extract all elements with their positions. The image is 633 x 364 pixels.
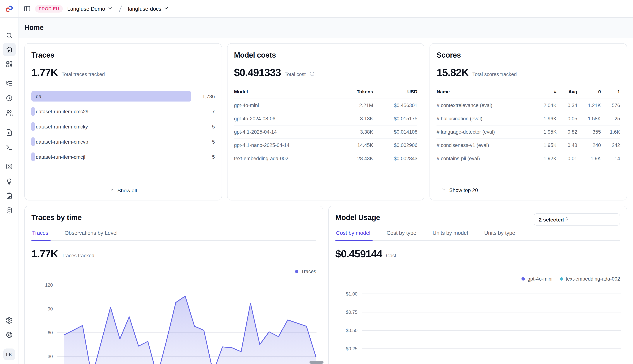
- environment-badge[interactable]: PROD-EU: [35, 5, 63, 12]
- bar-row[interactable]: dataset-run-item-cmcvp 5: [32, 136, 215, 147]
- scores-total-label: Total scores tracked: [472, 72, 517, 77]
- bar-value: 5: [212, 139, 215, 144]
- bar-label: qa: [36, 94, 41, 99]
- table-row[interactable]: gpt-4.1-nano-2025-04-14 14.45K $0.002906: [234, 139, 417, 152]
- model-costs-total: $0.491333: [234, 67, 281, 79]
- chevron-down-icon: [109, 187, 115, 194]
- col-name[interactable]: Name: [437, 89, 535, 94]
- chart-legend: gpt-4o-mini text-embedding-ada-002: [335, 276, 620, 282]
- chart-legend: Traces: [32, 269, 316, 274]
- legend-dot: [295, 270, 298, 273]
- col-zero[interactable]: 0: [577, 89, 601, 94]
- col-one[interactable]: 1: [601, 89, 620, 94]
- sidebar-toggle-icon[interactable]: [24, 5, 31, 12]
- card-title: Traces by time: [32, 214, 316, 222]
- table-row[interactable]: # conciseness-v1 (eval) 1.95K 0.48 240 2…: [437, 139, 620, 152]
- cost-total-row: $0.459144 Cost: [335, 248, 620, 260]
- sidebar-item-prompts[interactable]: [5, 129, 13, 136]
- svg-text:$0.25: $0.25: [346, 346, 357, 351]
- tab-units-by-type[interactable]: Units by type: [484, 230, 515, 240]
- card-title: Model Usage: [335, 214, 380, 222]
- col-usd[interactable]: USD: [373, 89, 417, 94]
- svg-text:60: 60: [48, 330, 53, 335]
- sidebar-item-users[interactable]: [5, 109, 13, 117]
- user-avatar[interactable]: FK: [3, 348, 15, 360]
- col-tokens[interactable]: Tokens: [338, 89, 373, 94]
- sidebar-item-search[interactable]: [5, 32, 13, 39]
- traces-tracked-total: 1.77K: [32, 248, 58, 260]
- tab-observations-by-level[interactable]: Observations by Level: [65, 230, 118, 240]
- legend-item: text-embedding-ada-002: [560, 276, 620, 282]
- model-costs-total-label: Total cost: [285, 72, 306, 77]
- sidebar-item-support[interactable]: [5, 331, 13, 338]
- bar-row[interactable]: dataset-run-item-cmc29 7: [32, 106, 215, 117]
- bar-row[interactable]: dataset-run-item-cmcky 5: [32, 122, 215, 132]
- bar-value: 5: [212, 124, 215, 130]
- traces-area-chart[interactable]: 120906030: [32, 277, 317, 364]
- show-top-20-button[interactable]: Show top 20: [441, 187, 478, 193]
- chevrons-up-down-icon: [564, 216, 569, 223]
- sidebar-item-insights[interactable]: [5, 178, 13, 185]
- tab-traces[interactable]: Traces: [32, 230, 48, 240]
- table-row[interactable]: # hallucination (eval) 1.96K 0.05 1.58K …: [437, 112, 620, 126]
- select-value: 2 selected: [539, 216, 564, 222]
- info-icon[interactable]: [309, 71, 314, 78]
- tab-cost-by-type[interactable]: Cost by type: [386, 230, 416, 240]
- model-costs-table: Model Tokens USD gpt-4o-mini 2.21M $0.45…: [234, 89, 417, 165]
- horizontal-scrollbar-thumb[interactable]: [309, 361, 324, 364]
- bar-value: 7: [212, 109, 215, 114]
- page-header: Home: [19, 18, 633, 38]
- project-switcher[interactable]: langfuse-docs: [128, 5, 169, 12]
- tab-units-by-model[interactable]: Units by model: [433, 230, 468, 240]
- sidebar-item-tracing[interactable]: [5, 80, 13, 87]
- bar: [32, 152, 35, 161]
- bar-label: dataset-run-item-cmcjf: [36, 154, 86, 160]
- bar-row[interactable]: dataset-run-item-cmcjf 5: [32, 152, 215, 162]
- table-row[interactable]: text-embedding-ada-002 28.43K $0.002843: [234, 152, 417, 165]
- scores-card: Scores 15.82K Total scores tracked Name …: [430, 43, 627, 200]
- legend-item: Traces: [295, 269, 316, 274]
- cost-line-chart[interactable]: $1.00$0.75$0.50$0.25: [335, 287, 621, 364]
- table-row[interactable]: # contains-pii (eval) 1.92K 0.01 1.9K 14: [437, 152, 620, 165]
- chevron-down-icon: [164, 5, 169, 12]
- page-title: Home: [24, 24, 44, 32]
- table-row[interactable]: gpt-4o-mini 2.21M $0.456301: [234, 99, 417, 112]
- org-switcher[interactable]: Langfuse Demo: [67, 5, 113, 12]
- show-all-button[interactable]: Show all: [109, 187, 137, 194]
- traces-total: 1.77K: [32, 67, 58, 79]
- charts-row: Traces by time Traces Observations by Le…: [24, 206, 627, 364]
- bar: [32, 91, 191, 102]
- table-row[interactable]: gpt-4o-2024-08-06 3.13K $0.015175: [234, 112, 417, 126]
- model-select[interactable]: 2 selected: [534, 214, 620, 226]
- langfuse-logo[interactable]: [5, 5, 13, 13]
- bar-value: 5: [212, 154, 215, 160]
- table-row[interactable]: # language-detector (eval) 1.95K 0.82 35…: [437, 126, 620, 139]
- col-avg[interactable]: Avg: [556, 89, 577, 94]
- table-row[interactable]: gpt-4.1-2025-04-14 3.38K $0.014108: [234, 126, 417, 139]
- bar-value: 1,736: [202, 94, 215, 99]
- bar-row[interactable]: qa 1,736: [32, 91, 215, 102]
- tab-cost-by-model[interactable]: Cost by model: [336, 230, 370, 240]
- traces-total-label: Total traces tracked: [62, 72, 105, 77]
- table-header: Model Tokens USD: [234, 89, 417, 99]
- bar-label: dataset-run-item-cmc29: [36, 109, 89, 114]
- col-count[interactable]: #: [535, 89, 556, 94]
- show-all-label: Show all: [118, 187, 137, 193]
- sidebar-item-datasets[interactable]: [5, 207, 13, 214]
- sidebar-item-sessions[interactable]: [5, 94, 13, 102]
- bar: [32, 137, 35, 146]
- sidebar-item-annotation[interactable]: [5, 192, 13, 200]
- svg-text:30: 30: [48, 354, 53, 359]
- sidebar-item-home[interactable]: [3, 43, 16, 56]
- cost-total: $0.459144: [335, 248, 382, 260]
- sidebar-item-playground[interactable]: [5, 144, 13, 151]
- col-model[interactable]: Model: [234, 89, 338, 94]
- traces-tracked-label: Traces tracked: [62, 253, 94, 258]
- sidebar-item-evaluation[interactable]: [5, 163, 13, 170]
- card-title: Scores: [437, 51, 620, 60]
- sidebar-item-settings[interactable]: [5, 317, 13, 324]
- traces-tracked-row: 1.77K Traces tracked: [32, 248, 316, 260]
- model-costs-card: Model costs $0.491333 Total cost Model T…: [227, 43, 424, 200]
- table-row[interactable]: # contextrelevance (eval) 2.04K 0.34 1.2…: [437, 99, 620, 112]
- sidebar-item-dashboards[interactable]: [5, 60, 13, 68]
